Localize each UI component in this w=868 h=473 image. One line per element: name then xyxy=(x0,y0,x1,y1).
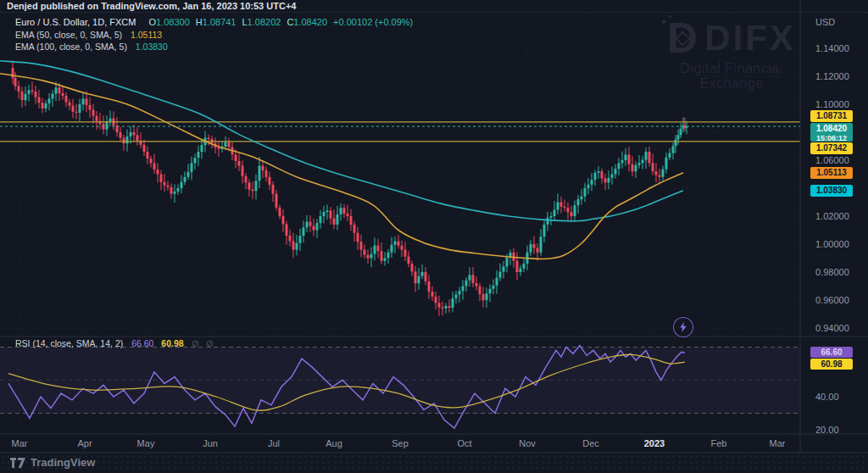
ema50-value: 1.05113 xyxy=(131,30,162,40)
indicator-row-ema50[interactable]: EMA (50, close, 0, SMA, 5) 1.05113 xyxy=(15,30,162,40)
last-price-badge: 1.0842015:06:12 xyxy=(810,123,853,142)
trading-chart-window: USD1.140001.120001.100001.060001.020001.… xyxy=(0,0,868,473)
lightning-icon xyxy=(679,322,687,332)
difx-watermark: D DIFX Digital Financial Exchange xyxy=(651,17,812,92)
indicator-row-rsi[interactable]: RSI (14, close, SMA, 14, 2) 66.60 60.98 xyxy=(15,338,214,349)
close-value: 1.08420 xyxy=(293,17,327,27)
tradingview-icon xyxy=(10,458,26,468)
support-price-badge: 1.07342 xyxy=(810,142,853,154)
candlesticks xyxy=(12,60,688,315)
open-value: 1.08300 xyxy=(156,17,190,27)
difx-logo-icon: D xyxy=(667,17,698,59)
tradingview-logo[interactable]: TradingView xyxy=(10,456,95,469)
high-label: H xyxy=(196,17,203,27)
ema100-label: EMA (100, close, 0, SMA, 5) xyxy=(15,42,127,52)
rsi-value-badge: 66.60 xyxy=(810,347,853,358)
symbol-title[interactable]: Euro / U.S. Dollar, 1D, FXCM xyxy=(15,17,136,27)
time-axis-drag-area[interactable] xyxy=(0,434,800,454)
rsi-band xyxy=(0,348,800,414)
rsi-label: RSI (14, close, SMA, 14, 2) xyxy=(15,338,123,348)
open-label: O xyxy=(148,17,156,27)
ema100-value: 1.03830 xyxy=(136,42,168,52)
watermark-title: DIFX xyxy=(704,19,796,58)
high-value: 1.08741 xyxy=(203,17,236,27)
watermark-subtitle: Digital Financial Exchange xyxy=(651,61,812,92)
change-value: +0.00102 (+0.09%) xyxy=(333,17,413,27)
tradingview-label: TradingView xyxy=(31,456,95,469)
quick-trade-lightning-button[interactable] xyxy=(673,317,693,337)
rsi-ma-value-badge: 60.98 xyxy=(810,359,853,370)
indicator-row-ema100[interactable]: EMA (100, close, 0, SMA, 5) 1.03830 xyxy=(15,42,168,52)
hide-indicator-icon[interactable] xyxy=(192,339,199,349)
published-note: Denjed published on TradingView.com, Jan… xyxy=(7,1,296,11)
ema50-price-badge: 1.05113 xyxy=(810,167,853,179)
rsi-ma-value: 60.98 xyxy=(161,338,183,348)
low-value: 1.08202 xyxy=(248,17,281,27)
published-strip: Denjed published on TradingView.com, Jan… xyxy=(0,0,868,13)
symbol-legend[interactable]: Euro / U.S. Dollar, 1D, FXCMO1.08300H1.0… xyxy=(15,17,413,27)
rsi-value: 66.60 xyxy=(131,338,153,348)
ema50-line[interactable] xyxy=(0,74,683,259)
more-options-icon[interactable] xyxy=(206,339,214,349)
bottom-strip xyxy=(0,454,868,473)
resistance-price-badge: 1.08731 xyxy=(810,110,853,122)
ema100-price-badge: 1.03830 xyxy=(810,185,853,197)
ema50-label: EMA (50, close, 0, SMA, 5) xyxy=(15,30,122,40)
price-axis-drag-area[interactable] xyxy=(800,0,868,454)
